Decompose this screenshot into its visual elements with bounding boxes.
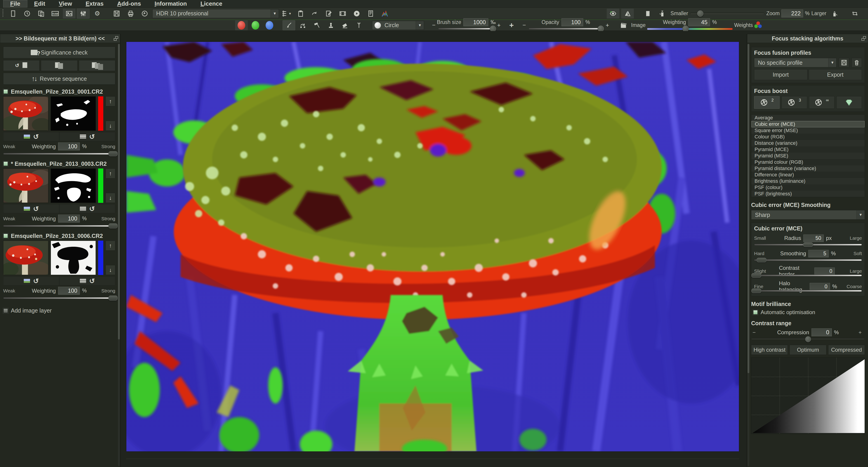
brush-size-plus[interactable]: + (496, 22, 502, 29)
weighting-value[interactable]: 45 (688, 18, 710, 26)
eraser-tool-icon[interactable] (339, 20, 351, 30)
significance-check-button[interactable]: ? Significance check (3, 47, 115, 58)
algorithm-item[interactable]: Average (751, 115, 865, 121)
zoom-value[interactable]: 222 (781, 9, 803, 18)
save-profile-button[interactable] (839, 58, 849, 67)
halo-slider[interactable] (754, 288, 862, 293)
focus-panel-header[interactable]: Focus stacking algorithms (747, 34, 868, 43)
brush-size-slider[interactable] (438, 26, 495, 32)
menu-view[interactable]: View (52, 0, 79, 7)
smoothing-handle[interactable] (756, 258, 767, 262)
menu-licence[interactable]: Licence (194, 0, 229, 7)
journal-icon[interactable] (364, 8, 377, 19)
aperture-squared-button[interactable]: 2 (754, 96, 780, 109)
menu-addons[interactable]: Add-ons (110, 0, 148, 7)
layer-mask-thumbnail[interactable] (51, 169, 96, 203)
export-share-icon[interactable] (138, 8, 151, 19)
high-contrast-button[interactable]: High contrast (751, 345, 788, 355)
menu-file[interactable]: File (3, 0, 27, 7)
menu-edit[interactable]: Edit (27, 0, 52, 7)
copy-icon[interactable] (35, 8, 48, 19)
view-three-images-button[interactable] (79, 60, 115, 71)
menu-information[interactable]: Information (148, 0, 194, 7)
smoothing-value[interactable]: 5 (808, 250, 829, 257)
refresh-icon[interactable]: ↺ (33, 133, 39, 141)
view-single-image-button[interactable]: ↺ (3, 60, 39, 71)
preview-eye-icon[interactable] (607, 8, 619, 19)
automatic-optimisation-row[interactable]: Automatic optimisation (753, 309, 865, 316)
layer-weighting-value[interactable]: 100 (58, 214, 80, 223)
spray-tool-icon[interactable] (352, 20, 365, 30)
brush-shape-dropdown[interactable]: Circle ▼ (372, 21, 424, 30)
delete-profile-button[interactable] (851, 58, 862, 67)
detach-panel-icon[interactable] (862, 36, 866, 41)
layer-weighting-handle[interactable] (108, 224, 118, 228)
image-canvas[interactable] (126, 41, 739, 451)
layer-move-down-button[interactable]: ↓ (105, 121, 115, 131)
refresh-icon[interactable]: ↺ (89, 205, 95, 213)
chevron-down-icon[interactable]: ▼ (271, 9, 279, 18)
zoom-slider[interactable] (690, 11, 765, 17)
smoothing-dropdown[interactable]: Sharp ▼ (751, 210, 865, 220)
compressed-button[interactable]: Compressed (828, 345, 865, 355)
layer-move-down-button[interactable]: ↓ (105, 193, 115, 203)
detach-panel-icon[interactable] (114, 36, 118, 41)
algorithm-item[interactable]: Brightness (luminance) (751, 178, 865, 184)
weighting-slider[interactable] (647, 26, 733, 32)
radius-handle[interactable] (803, 242, 813, 247)
clapper-icon[interactable] (617, 20, 630, 30)
edit-document-icon[interactable] (322, 8, 335, 19)
aperture-cubed-button[interactable]: 3 (781, 96, 807, 109)
menu-extras[interactable]: Extras (79, 0, 111, 7)
import-button[interactable]: Import (754, 69, 807, 80)
node-tree-icon[interactable]: ▼ (280, 8, 293, 19)
project-profile-dropdown[interactable]: HDR 10 professional ▼ (152, 9, 279, 18)
crosshair-toggle-icon[interactable]: + (508, 21, 515, 30)
opacity-minus[interactable]: − (521, 22, 527, 29)
histogram-icon[interactable] (378, 8, 391, 19)
sequence-panel-header[interactable]: >> Bildsequenz mit 3 Bild(ern) << (0, 34, 120, 43)
add-layer-checkbox[interactable] (3, 308, 8, 313)
layer-move-up-button[interactable]: ↑ (105, 169, 115, 178)
filmstrip-icon[interactable] (336, 8, 349, 19)
layer-move-up-button[interactable]: ↑ (105, 241, 115, 251)
rotate-loop-icon[interactable] (848, 8, 861, 19)
opacity-slider[interactable] (528, 26, 603, 32)
right-panel-scrollbar[interactable] (747, 44, 749, 466)
algorithm-item[interactable]: Pyramid distance (variance) (751, 165, 865, 172)
save-icon[interactable] (110, 8, 123, 19)
raw-converter-icon[interactable]: RAW (49, 8, 61, 19)
opacity-plus[interactable]: + (604, 22, 610, 29)
chevron-down-icon[interactable]: ▼ (288, 12, 291, 16)
radius-slider[interactable] (754, 242, 862, 247)
refresh-icon[interactable]: ↺ (89, 133, 95, 141)
chevron-down-icon[interactable]: ▼ (828, 58, 836, 67)
layer-visible-checkbox[interactable] (3, 89, 8, 94)
add-image-layer[interactable]: Add image layer (3, 307, 115, 314)
green-weight-button[interactable] (249, 20, 262, 30)
brush-size-value[interactable]: 1000 (463, 18, 488, 26)
history-icon[interactable] (21, 8, 33, 19)
algorithm-item[interactable]: Pyramid colour (RGB) (751, 159, 865, 165)
paste-icon[interactable] (294, 8, 307, 19)
compression-slider[interactable] (751, 336, 865, 342)
chevron-down-icon[interactable]: ▼ (857, 210, 865, 220)
algorithm-item[interactable]: Difference (linear) (751, 172, 865, 178)
compression-handle[interactable] (805, 336, 811, 342)
layer-weighting-handle[interactable] (108, 296, 118, 300)
chevron-down-icon[interactable]: ▼ (416, 21, 424, 30)
algorithm-item[interactable]: Square error (MSE) (751, 127, 865, 134)
layer-photo-thumbnail[interactable] (3, 241, 49, 275)
reverse-sequence-button[interactable]: ↑↓ Reverse sequence (3, 73, 115, 85)
stamp-tool-icon[interactable] (324, 20, 337, 30)
halo-handle[interactable] (751, 289, 761, 293)
automatic-optimisation-checkbox[interactable] (753, 310, 758, 315)
brush-size-minus[interactable]: − (431, 22, 437, 29)
contrast-border-handle[interactable] (751, 273, 761, 278)
layer-weighting-value[interactable]: 100 (58, 143, 80, 150)
algorithm-item[interactable]: Distance (variance) (751, 140, 865, 146)
algorithm-item[interactable]: Colour (RGB) (751, 134, 865, 140)
compression-plus[interactable]: + (856, 329, 862, 335)
layer-weighting-slider[interactable] (3, 223, 115, 229)
clone-tool-icon[interactable] (297, 20, 309, 30)
